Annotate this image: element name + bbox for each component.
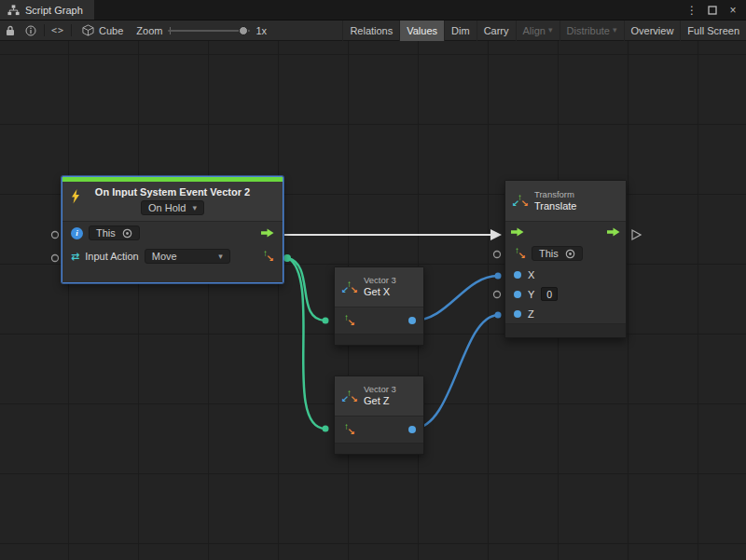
event-node-title: On Input System Event Vector 2 [95, 186, 250, 198]
target-icon [122, 228, 132, 239]
target-name: Cube [99, 25, 123, 36]
input-action-icon: ⇄ [71, 251, 79, 263]
zoom-value: 1x [256, 25, 267, 36]
port-event-action-unconnected[interactable] [52, 255, 59, 262]
dim-button[interactable]: Dim [444, 20, 477, 41]
kebab-menu-icon[interactable]: ⋮ [684, 2, 700, 19]
flow-output-port[interactable] [607, 227, 620, 237]
translate-footer [505, 323, 626, 337]
tab-title: Script Graph [25, 5, 83, 16]
event-node-footer [62, 268, 283, 282]
event-node-header: On Input System Event Vector 2 On Hold ▾ [62, 182, 283, 222]
port-z-input[interactable] [495, 312, 502, 319]
values-button[interactable]: Values [399, 20, 444, 41]
node-get-x[interactable]: ↑↙↘ Vector 3 Get X ↑↘ [334, 266, 424, 346]
port-translate-y-unconnected[interactable] [494, 292, 501, 298]
port-vector2-output[interactable] [283, 254, 291, 262]
port-translate-this-unconnected[interactable] [494, 252, 501, 258]
caret-down-icon: ▾ [192, 204, 197, 212]
toolbar-separator [44, 24, 45, 36]
target-icon [565, 249, 575, 259]
x-port-label: X [528, 269, 534, 280]
translate-z-row: Z [505, 304, 626, 323]
lightning-icon [70, 189, 81, 204]
y-value-field[interactable]: 0 [541, 287, 558, 301]
y-port-label: Y [528, 289, 534, 300]
distribute-button[interactable]: Distribute▾ [560, 20, 624, 41]
zoom-slider-handle[interactable] [239, 26, 248, 35]
wire-getx-to-x[interactable] [413, 276, 498, 321]
code-icon[interactable]: <> [48, 20, 68, 41]
input-action-label: Input Action [85, 251, 139, 262]
getz-output-port[interactable] [408, 426, 416, 433]
graph-canvas[interactable]: On Input System Event Vector 2 On Hold ▾… [0, 41, 746, 560]
wire-control-flow-arrowhead [490, 229, 502, 240]
transform-icon: ↑↙↘ [513, 194, 528, 208]
tabbar-spacer [94, 0, 684, 20]
port-x-input[interactable] [495, 273, 502, 280]
graph-toolbar: <> Cube Zoom 1x Relations Values Dim Car… [0, 20, 746, 41]
wire-vector2-to-getx[interactable] [288, 258, 325, 321]
flow-output-port[interactable] [261, 228, 274, 238]
target-selector[interactable]: Cube [75, 24, 131, 36]
vector3-icon: ↑↙↘ [342, 280, 357, 294]
wire-vector2-to-getz[interactable] [288, 258, 325, 429]
getx-output-port[interactable] [408, 317, 416, 324]
node-on-input-system-event[interactable]: On Input System Event Vector 2 On Hold ▾… [62, 176, 283, 283]
translate-x-row: X [505, 265, 626, 284]
node-get-z[interactable]: ↑↙↘ Vector 3 Get Z ↑↘ [334, 376, 424, 455]
getx-footer [335, 334, 423, 345]
close-icon[interactable]: × [725, 2, 741, 19]
getz-category: Vector 3 [364, 384, 396, 395]
transform-input-icon: ↑↘ [513, 247, 526, 260]
info-icon[interactable] [21, 20, 41, 41]
tab-script-graph[interactable]: Script Graph [0, 0, 94, 20]
z-input-port[interactable] [514, 310, 521, 318]
flow-input-port[interactable] [511, 227, 524, 237]
getx-port-row: ↑↘ [335, 307, 423, 334]
maximize-icon[interactable] [704, 2, 721, 19]
toolbar-separator [71, 24, 72, 36]
getx-name: Get X [364, 286, 396, 299]
wire-getz-to-z[interactable] [413, 315, 498, 429]
input-action-dropdown[interactable]: Move ▾ [145, 249, 230, 264]
lock-icon[interactable] [0, 20, 21, 41]
translate-flow-row [505, 222, 626, 242]
fullscreen-button[interactable]: Full Screen [680, 20, 746, 41]
node-translate[interactable]: ↑↙↘ Transform Translate ↑↘ This [504, 180, 627, 338]
getx-category: Vector 3 [364, 275, 396, 286]
caret-down-icon: ▾ [613, 26, 617, 34]
carry-button[interactable]: Carry [477, 20, 516, 41]
port-translate-flow-out-unconnected[interactable] [632, 230, 641, 239]
align-button[interactable]: Align▾ [516, 20, 560, 41]
port-getx-input[interactable] [323, 318, 329, 324]
getz-name: Get Z [364, 395, 396, 408]
port-event-self-unconnected[interactable] [52, 232, 59, 239]
overview-button[interactable]: Overview [624, 20, 681, 41]
x-input-port[interactable] [514, 271, 521, 279]
vector2-output-icon[interactable]: ↑↘ [261, 250, 274, 263]
translate-header: ↑↙↘ Transform Translate [505, 181, 626, 222]
getz-port-row: ↑↘ [335, 417, 423, 443]
caret-down-icon: ▾ [548, 26, 553, 34]
vector3-input-icon[interactable]: ↑↘ [342, 314, 355, 327]
vector3-input-icon[interactable]: ↑↘ [342, 423, 355, 436]
info-icon: i [71, 227, 83, 239]
cube-icon [82, 24, 94, 36]
translate-name: Translate [534, 200, 576, 213]
zoom-label: Zoom [136, 25, 162, 36]
event-this-selector[interactable]: This [89, 225, 140, 240]
z-port-label: Z [528, 308, 534, 320]
relations-button[interactable]: Relations [342, 20, 399, 41]
event-this-row: i This [62, 222, 283, 244]
translate-this-selector[interactable]: This [532, 246, 583, 261]
translate-this-row: ↑↘ This [505, 242, 626, 265]
caret-down-icon: ▾ [218, 253, 223, 261]
port-getz-input[interactable] [323, 426, 329, 432]
y-input-port[interactable] [514, 291, 521, 298]
event-mode-dropdown[interactable]: On Hold ▾ [141, 200, 204, 215]
zoom-slider[interactable] [168, 25, 250, 36]
translate-category: Transform [534, 189, 576, 200]
event-action-row: ⇄ Input Action Move ▾ ↑↘ [62, 244, 283, 268]
toolbar-buttons: Relations Values Dim Carry Align▾ Distri… [342, 20, 746, 41]
